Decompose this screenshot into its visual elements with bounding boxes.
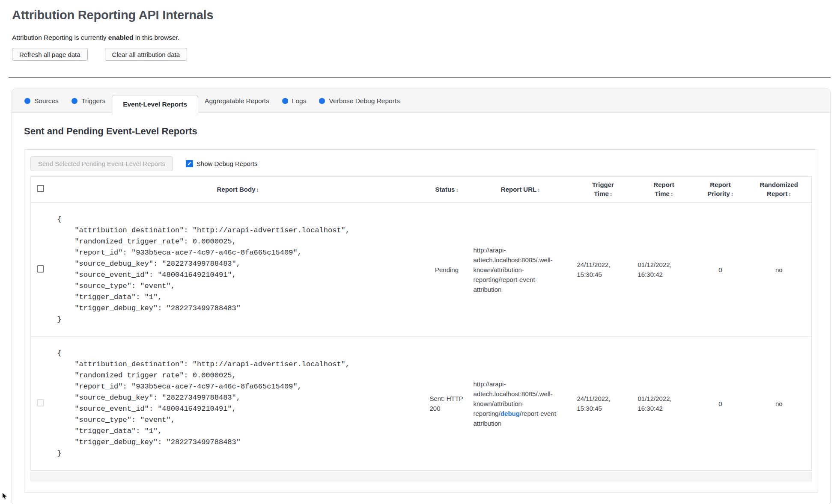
sort-icon: ↕	[670, 191, 673, 197]
sort-icon: ↕	[610, 191, 612, 197]
trigger-time-cell: 24/11/2022, 15:30:45	[573, 203, 634, 337]
report-body-json: { "attribution_destination": "http://ara…	[57, 348, 422, 459]
report-body-json: { "attribution_destination": "http://ara…	[57, 214, 422, 325]
tab-status-dot-icon	[24, 98, 30, 104]
report-time-cell: 01/12/2022, 16:30:42	[634, 337, 694, 471]
api-status-text: Attribution Reporting is currently enabl…	[12, 33, 831, 42]
select-all-checkbox[interactable]	[37, 185, 44, 192]
randomized-report-cell: no	[747, 337, 812, 471]
checked-checkbox-icon[interactable]	[186, 160, 193, 167]
tab-logs[interactable]: Logs	[276, 97, 313, 105]
column-header-report-priority[interactable]: Report Priority↕	[694, 177, 747, 203]
column-header-trigger-time[interactable]: Trigger Time↕	[573, 177, 634, 203]
tab-aggregatable-reports[interactable]: Aggregatable Reports	[198, 97, 276, 105]
status-cell: Pending	[426, 203, 468, 337]
report-body-cell: { "attribution_destination": "http://ara…	[51, 203, 426, 337]
row-select-cell	[31, 203, 51, 337]
tab-label: Verbose Debug Reports	[329, 97, 399, 105]
page-title: Attribution Reporting API Internals	[12, 8, 831, 22]
row-select-cell	[31, 337, 51, 471]
status-cell: Sent: HTTP 200	[426, 337, 468, 471]
table-footer-strip	[30, 472, 812, 481]
report-priority-cell: 0	[694, 337, 747, 471]
column-header-report-body[interactable]: Report Body↕	[51, 177, 426, 203]
tab-label: Sources	[34, 97, 59, 105]
column-header-label: Randomized Report	[760, 181, 798, 197]
section-heading: Sent and Pending Event-Level Reports	[24, 126, 818, 137]
sort-icon: ↕	[456, 187, 458, 193]
top-buttons-row: Refresh all page data Clear all attribut…	[12, 48, 831, 61]
show-debug-label: Show Debug Reports	[197, 160, 258, 167]
status-text: Sent: HTTP 200	[430, 394, 464, 413]
status-suffix: in this browser.	[135, 34, 179, 41]
column-header-label: Report Priority	[707, 181, 730, 197]
report-table-container: Send Selected Pending Event-Level Report…	[24, 149, 818, 493]
status-text: Pending	[435, 265, 459, 275]
header-divider	[9, 77, 831, 78]
tab-status-dot-icon	[319, 98, 325, 104]
report-time-text: 01/12/2022, 16:30:42	[638, 394, 690, 413]
row-select-checkbox[interactable]	[37, 265, 44, 273]
report-url-text: http://arapi-adtech.localhost:8085/.well…	[474, 246, 553, 293]
column-header-label: Status	[435, 186, 455, 193]
table-header-row: Report Body↕Status↕Report URL↕Trigger Ti…	[31, 177, 812, 203]
report-url-cell: http://arapi-adtech.localhost:8085/.well…	[468, 203, 573, 337]
column-header-status[interactable]: Status↕	[426, 177, 468, 203]
report-time-text: 01/12/2022, 16:30:42	[638, 260, 690, 279]
clear-all-attribution-data-button[interactable]: Clear all attribution data	[105, 48, 187, 61]
table-controls-row: Send Selected Pending Event-Level Report…	[30, 156, 812, 171]
tab-sources[interactable]: Sources	[18, 97, 65, 105]
refresh-all-page-data-button[interactable]: Refresh all page data	[12, 48, 88, 61]
sort-icon: ↕	[256, 187, 259, 193]
page-header: Attribution Reporting API Internals Attr…	[12, 8, 831, 61]
sort-icon: ↕	[537, 187, 540, 193]
reports-tbody: { "attribution_destination": "http://ara…	[31, 203, 812, 471]
report-priority-cell: 0	[694, 203, 747, 337]
tab-status-dot-icon	[71, 98, 77, 104]
column-header-label: Report URL	[501, 186, 536, 193]
column-header-randomized-report[interactable]: Randomized Report↕	[747, 177, 812, 203]
tab-verbose-debug-reports[interactable]: Verbose Debug Reports	[313, 97, 406, 105]
status-prefix: Attribution Reporting is currently	[12, 34, 107, 41]
send-selected-reports-button[interactable]: Send Selected Pending Event-Level Report…	[30, 156, 173, 171]
row-select-checkbox	[37, 399, 44, 406]
tab-event-level-reports[interactable]: Event-Level Reports	[112, 95, 198, 116]
column-header-label: Report Body	[217, 186, 256, 193]
tab-label: Event-Level Reports	[123, 101, 187, 108]
sort-icon: ↕	[731, 191, 733, 197]
sort-icon: ↕	[788, 191, 791, 197]
report-body-cell: { "attribution_destination": "http://ara…	[51, 337, 426, 471]
report-row: { "attribution_destination": "http://ara…	[31, 337, 812, 471]
tab-strip: SourcesTriggersEvent-Level ReportsAggreg…	[12, 89, 830, 113]
trigger-time-cell: 24/11/2022, 15:30:45	[573, 337, 634, 471]
select-all-header-cell[interactable]	[31, 177, 51, 203]
report-row: { "attribution_destination": "http://ara…	[31, 203, 812, 337]
tab-label: Aggregatable Reports	[205, 97, 269, 105]
tab-label: Triggers	[81, 97, 105, 105]
debug-link[interactable]: debug	[500, 410, 520, 417]
column-header-report-time[interactable]: Report Time↕	[634, 177, 694, 203]
tab-status-dot-icon	[282, 98, 288, 104]
report-url-cell: http://arapi-adtech.localhost:8085/.well…	[468, 337, 573, 471]
tab-triggers[interactable]: Triggers	[65, 97, 112, 105]
show-debug-toggle[interactable]: Show Debug Reports	[186, 160, 258, 167]
status-emphasis: enabled	[108, 34, 134, 41]
randomized-report-cell: no	[747, 203, 812, 337]
tab-label: Logs	[292, 97, 307, 105]
trigger-time-text: 24/11/2022, 15:30:45	[577, 394, 629, 413]
report-time-cell: 01/12/2022, 16:30:42	[634, 203, 694, 337]
mouse-cursor-icon	[2, 493, 8, 499]
trigger-time-text: 24/11/2022, 15:30:45	[577, 260, 629, 279]
tab-panel: SourcesTriggersEvent-Level ReportsAggreg…	[12, 89, 831, 504]
reports-table: Report Body↕Status↕Report URL↕Trigger Ti…	[30, 176, 812, 471]
column-header-report-url[interactable]: Report URL↕	[468, 177, 573, 203]
